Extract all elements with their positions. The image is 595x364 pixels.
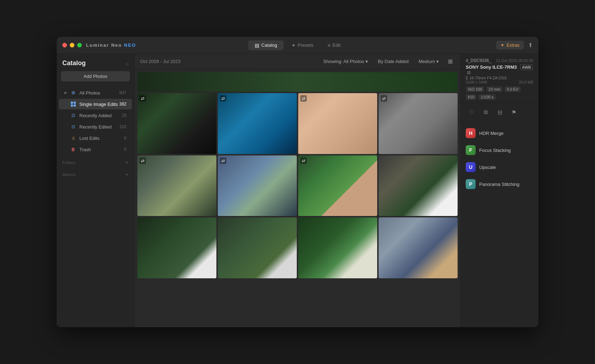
photo-item-7[interactable]: ⇄ <box>298 155 377 216</box>
maximize-button[interactable] <box>77 43 82 47</box>
photo-lens: E 16-70mm F4 ZA OSS <box>466 76 533 80</box>
titlebar-right: ✦ Extras ⬆ <box>496 41 533 50</box>
sort-filter[interactable]: By Date Added <box>375 57 412 66</box>
main-layout: Catalog ⌕ Add Photos ▶ ⊞ All Photos 847 … <box>57 54 538 327</box>
catalog-icon: ▤ <box>255 42 259 48</box>
content-toolbar: Oct 2009 - Jul 2023 Showing: All Photos … <box>135 54 460 69</box>
single-image-icon <box>70 101 76 107</box>
view-size-filter[interactable]: Medium ▾ <box>416 57 442 66</box>
sidebar: Catalog ⌕ Add Photos ▶ ⊞ All Photos 847 … <box>57 54 135 327</box>
nav-tabs: ▤ Catalog ✦ Presets ≡ Edit <box>248 40 347 50</box>
meta-mm: 23 mm <box>486 86 503 92</box>
favorite-button[interactable]: ♡ <box>466 107 477 118</box>
add-folder-button[interactable]: + <box>125 159 129 166</box>
tool-upscale[interactable]: U Upscale <box>461 159 538 176</box>
tool-panorama-stitching[interactable]: P Panorama Stitching <box>461 176 538 193</box>
app-logo: Luminar Neo NEO <box>86 42 136 48</box>
photo-item-1[interactable]: ⇄ <box>137 93 216 154</box>
photo-item-4[interactable]: ⇄ <box>379 93 458 154</box>
sidebar-item-single-image-edits[interactable]: Single Image Edits 382 <box>59 99 132 109</box>
photo-row-3 <box>137 217 458 278</box>
sidebar-header: Catalog ⌕ <box>57 59 134 71</box>
grid-view-button[interactable]: ⊞ <box>446 57 455 66</box>
photo-item-8[interactable] <box>379 155 458 216</box>
folders-section: Folders + <box>57 155 134 167</box>
photo-row-1: ⇄ ⇄ ⇄ ⇄ <box>137 93 458 154</box>
edit-sliders-icon-4: ⇄ <box>381 95 387 102</box>
edit-sliders-icon-7: ⇄ <box>300 158 307 164</box>
edit-sliders-icon-3: ⇄ <box>300 95 307 102</box>
right-panel: 4_DSC9336_ 11 Oct 2020 09:02:05 SONY Son… <box>460 54 538 327</box>
tab-edit[interactable]: ≡ Edit <box>321 40 347 50</box>
content-area: Oct 2009 - Jul 2023 Showing: All Photos … <box>135 54 460 327</box>
tool-focus-stacking[interactable]: F Focus Stacking <box>461 142 538 159</box>
minimize-button[interactable] <box>70 43 74 47</box>
sidebar-title: Catalog <box>62 59 86 67</box>
paste-edit-button[interactable]: ⊟ <box>494 107 505 118</box>
meta-iso: ISO 100 <box>466 86 484 92</box>
extras-star-icon: ✦ <box>500 42 504 48</box>
photo-grid-scroll[interactable]: ⇄ ⇄ ⇄ ⇄ <box>135 69 460 327</box>
tab-presets[interactable]: ✦ Presets <box>285 40 320 50</box>
photo-item-9[interactable] <box>137 217 216 278</box>
photo-camera-model: SONY Sony ILCE-7RM3 AWB ⊡ <box>466 64 533 75</box>
photo-item-5[interactable]: ⇄ <box>137 155 216 216</box>
sidebar-item-lost-edits[interactable]: ⚠ Lost Edits 6 <box>59 133 132 143</box>
trash-icon: 🗑 <box>70 146 76 153</box>
photo-item-11[interactable] <box>298 217 377 278</box>
copy-edit-button[interactable]: ⧉ <box>480 107 491 118</box>
hdr-merge-label: HDR Merge <box>479 131 504 136</box>
all-photos-icon: ⊞ <box>70 90 76 96</box>
meta-aperture: f/10 <box>466 94 476 100</box>
photo-actions: ♡ ⧉ ⊟ ⚑ <box>461 103 538 122</box>
sidebar-item-recently-added[interactable]: ⊡ Recently Added 29 <box>59 110 132 121</box>
upscale-label: Upscale <box>479 165 496 170</box>
edit-sliders-icon-1: ⇄ <box>140 95 146 102</box>
upscale-badge: U <box>466 162 476 172</box>
photo-item-3[interactable]: ⇄ <box>298 93 377 154</box>
size-chevron-icon: ▾ <box>436 59 439 64</box>
awb-badge: AWB <box>520 64 533 70</box>
search-icon[interactable]: ⌕ <box>126 61 129 66</box>
extras-button[interactable]: ✦ Extras <box>496 41 524 50</box>
photo-info-header: 4_DSC9336_ 11 Oct 2020 09:02:05 SONY Son… <box>461 54 538 103</box>
sidebar-item-trash[interactable]: 🗑 Trash 0 <box>59 144 132 155</box>
edit-sliders-icon-2: ⇄ <box>220 95 226 102</box>
hdr-merge-badge: H <box>466 128 476 138</box>
share-icon: ⬆ <box>528 42 533 48</box>
share-button[interactable]: ⬆ <box>528 42 533 49</box>
photo-item-10[interactable] <box>218 217 297 278</box>
sidebar-item-all-photos[interactable]: ▶ ⊞ All Photos 847 <box>59 87 132 98</box>
photo-item-2[interactable]: ⇄ <box>218 93 297 154</box>
photo-filename-row: 4_DSC9336_ 11 Oct 2020 09:02:05 <box>466 58 533 63</box>
add-photos-button[interactable]: Add Photos <box>61 71 130 81</box>
raw-icon: ⊡ <box>467 70 470 75</box>
panorama-stitching-label: Panorama Stitching <box>479 182 519 187</box>
tools-section: H HDR Merge F Focus Stacking U Upscale <box>461 122 538 195</box>
close-button[interactable] <box>62 43 67 47</box>
tab-catalog[interactable]: ▤ Catalog <box>248 40 284 50</box>
photo-row-2: ⇄ ⇄ ⇄ <box>137 155 458 216</box>
photo-dimensions: 5168 x 3448 20,6 MB <box>466 80 533 84</box>
date-range: Oct 2009 - Jul 2023 <box>140 59 180 64</box>
presets-icon: ✦ <box>291 42 296 48</box>
meta-ev: 0.0 EV <box>505 86 521 92</box>
photo-strip-top[interactable] <box>137 72 458 92</box>
photo-item-12[interactable] <box>379 217 458 278</box>
tool-hdr-merge[interactable]: H HDR Merge <box>461 125 538 142</box>
lost-edits-icon: ⚠ <box>70 135 76 141</box>
showing-filter[interactable]: Showing: All Photos ▾ <box>321 57 371 66</box>
focus-stacking-label: Focus Stacking <box>479 148 511 153</box>
titlebar: Luminar Neo NEO ▤ Catalog ✦ Presets ≡ Ed… <box>57 37 538 54</box>
logo-text: Luminar Neo NEO <box>86 42 136 48</box>
edit-sliders-icon-5: ⇄ <box>140 158 146 164</box>
flag-button[interactable]: ⚑ <box>508 107 520 118</box>
add-album-button[interactable]: + <box>125 171 129 178</box>
photo-item-6[interactable]: ⇄ <box>218 155 297 216</box>
photo-filename: 4_DSC9336_ <box>466 58 491 63</box>
photo-meta-row: ISO 100 23 mm 0.0 EV f/10 1/100 s <box>466 86 533 100</box>
meta-shutter: 1/100 s <box>478 94 495 100</box>
edit-icon: ≡ <box>328 42 330 48</box>
sidebar-item-recently-edited[interactable]: ⊡ Recently Edited 102 <box>59 121 132 132</box>
chevron-right-icon: ▶ <box>64 91 69 95</box>
